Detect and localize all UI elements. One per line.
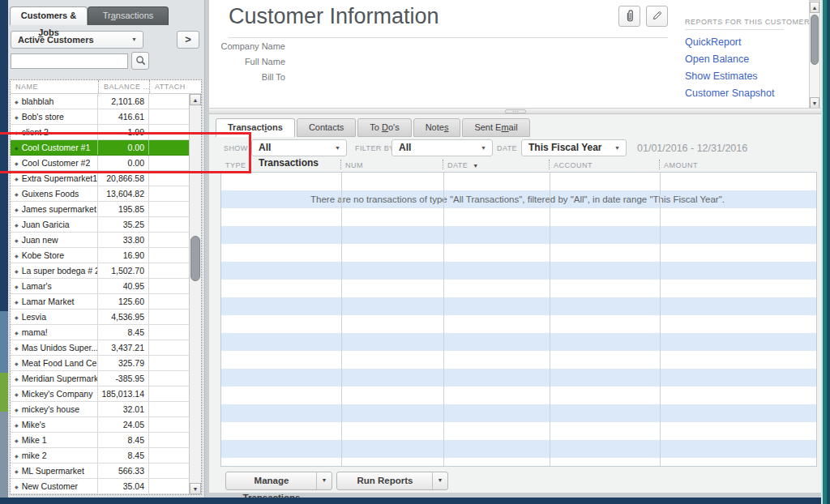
scroll-down-icon[interactable]: ▼	[190, 483, 201, 494]
run-reports-button[interactable]: Run Reports ▼	[336, 472, 448, 490]
tab-customers-and-jobs[interactable]: Customers & Jobs	[10, 6, 88, 25]
scroll-up-icon[interactable]: ▲	[810, 2, 819, 13]
report-link[interactable]: Show Estimates	[685, 71, 774, 82]
customer-attach-cell	[149, 109, 190, 124]
show-value: All Transactions	[259, 142, 319, 169]
customer-attach-cell	[149, 140, 190, 155]
customer-balance: 20,866.58	[98, 171, 149, 186]
customer-row[interactable]: ◆mama!8.45	[11, 325, 190, 340]
customer-view-dropdown[interactable]: Active Customers ▼	[11, 31, 143, 49]
column-header-attach[interactable]: ATTACH	[149, 80, 201, 93]
field-label-bill-to: Bill To	[209, 72, 285, 82]
scroll-up-icon[interactable]: ▲	[190, 94, 201, 105]
customer-row[interactable]: ◆Mickey's Company185,013.14	[11, 387, 190, 402]
search-icon[interactable]	[131, 52, 149, 70]
diamond-icon: ◆	[15, 284, 19, 289]
tab-sent-email[interactable]: Sent Email	[462, 118, 529, 137]
customer-name-cell: ◆Cool Customer #1	[11, 140, 98, 155]
column-header-account[interactable]: ACCOUNT	[554, 161, 593, 169]
customer-row[interactable]: ◆Lesvia4,536.95	[11, 310, 190, 325]
customer-row[interactable]: ◆Meridian Supermarket-385.95	[11, 371, 190, 387]
customer-attach-cell	[149, 233, 190, 247]
tab-todos[interactable]: To Do's	[357, 118, 411, 137]
customer-row[interactable]: ◆Bob's store416.61	[11, 109, 190, 125]
customer-name-cell: ◆Guixens Foods	[11, 186, 98, 201]
scroll-down-icon[interactable]: ▼	[810, 97, 819, 109]
customer-row[interactable]: ◆blahblah2,101.68	[11, 94, 190, 109]
customer-balance: 4,536.95	[98, 310, 149, 324]
customer-list-scrollbar[interactable]: ▲ ▼	[189, 94, 201, 494]
scrollbar-thumb[interactable]	[190, 236, 200, 281]
customer-row[interactable]: ◆La super bodega # 241,502.70	[11, 263, 190, 279]
customer-row[interactable]: ◆Extra Supermarket1220,866.58	[11, 171, 190, 186]
customer-row[interactable]: ◆mickey's house32.01	[11, 402, 190, 417]
customer-name: Extra Supermarket12	[22, 173, 98, 183]
panel-splitter[interactable]: ···	[209, 108, 821, 114]
customer-row[interactable]: ◆Lamar's40.95	[11, 279, 190, 294]
customer-search-input[interactable]	[11, 53, 128, 69]
column-header-amount[interactable]: AMOUNT	[664, 161, 698, 169]
diamond-icon: ◆	[15, 361, 19, 366]
paperclip-icon	[623, 12, 636, 26]
expand-panel-button[interactable]: >	[177, 31, 199, 49]
customer-row[interactable]: ◆Cool Customer #20.00	[11, 156, 190, 171]
customer-row[interactable]: ◆New Customer35.04	[11, 479, 190, 494]
customer-row[interactable]: ◆Cool Customer #10.00	[11, 140, 190, 156]
tab-notes[interactable]: Notes	[413, 118, 461, 137]
customer-row[interactable]: ◆Mas Unidos Super...3,437.21	[11, 340, 190, 356]
report-link[interactable]: QuickReport	[685, 37, 774, 48]
customer-list: NAME BALANCE ... ATTACH ◆blahblah2,101.6…	[10, 79, 202, 495]
report-link[interactable]: Customer Snapshot	[685, 88, 774, 99]
customer-name-cell: ◆Mickey's Company	[11, 387, 98, 401]
field-label-company-name: Company Name	[209, 41, 285, 51]
info-scrollbar[interactable]: ▲ ▼	[809, 0, 820, 110]
splitter-handle-icon[interactable]: ···	[505, 109, 526, 113]
customer-row[interactable]: ◆Juan new33.80	[11, 233, 190, 248]
sort-desc-icon: ▼	[473, 163, 478, 169]
chevron-down-icon[interactable]: ▼	[432, 472, 447, 489]
tab-transactions[interactable]: Transactions	[216, 118, 295, 137]
column-header-date[interactable]: DATE▼	[447, 161, 479, 169]
column-header-num[interactable]: NUM	[345, 161, 363, 169]
tab-transactions-left[interactable]: Transactions	[88, 6, 169, 25]
customer-name-cell: ◆Lesvia	[11, 310, 98, 324]
customer-row[interactable]: ◆Juan Garicia35.25	[11, 217, 190, 233]
customer-balance: 8.45	[98, 448, 149, 463]
customer-row[interactable]: ◆ML Supermarket566.33	[11, 463, 190, 479]
customer-row[interactable]: ◆Lamar Market125.60	[11, 294, 190, 310]
tab-contacts[interactable]: Contacts	[297, 118, 356, 137]
customer-name-cell: ◆Kobe Store	[11, 248, 98, 263]
customer-row[interactable]: ◆client 21.99	[11, 125, 190, 140]
customer-row[interactable]: ◆Mike 18.45	[11, 433, 190, 448]
column-header-type[interactable]: TYPE	[225, 161, 246, 169]
edit-customer-button[interactable]	[646, 6, 668, 27]
customer-balance: 8.45	[98, 325, 149, 340]
customer-balance: 40.95	[98, 279, 149, 293]
diamond-icon: ◆	[15, 269, 19, 274]
customer-row[interactable]: ◆mike 28.45	[11, 448, 190, 463]
edge-segment	[0, 412, 8, 498]
customer-row[interactable]: ◆Kobe Store16.90	[11, 248, 190, 263]
customer-row[interactable]: ◆Guixens Foods13,604.82	[11, 186, 190, 202]
customer-row[interactable]: ◆Meat Food Land Ce...325.79	[11, 356, 190, 371]
column-header-name[interactable]: NAME	[11, 80, 98, 93]
edge-segment	[0, 311, 8, 373]
pencil-icon	[651, 11, 664, 24]
customer-row[interactable]: ◆Mike's24.05	[11, 417, 190, 433]
scrollbar-thumb[interactable]	[811, 15, 819, 65]
show-dropdown[interactable]: All Transactions ▼	[251, 139, 347, 156]
customer-name: Mickey's Company	[22, 389, 93, 399]
customer-name: New Customer	[22, 481, 78, 491]
title-divider	[229, 37, 668, 38]
chevron-down-icon[interactable]: ▼	[316, 472, 332, 489]
customer-name: mama!	[22, 327, 48, 337]
attach-file-button[interactable]	[618, 6, 640, 27]
filter-by-dropdown[interactable]: All ▼	[391, 139, 493, 156]
manage-transactions-button[interactable]: Manage Transactions ▼	[225, 472, 332, 490]
report-link[interactable]: Open Balance	[685, 54, 774, 65]
customer-attach-cell	[149, 371, 190, 386]
table-grid-line	[341, 173, 342, 466]
customer-row[interactable]: ◆James supermarket195.85	[11, 202, 190, 217]
column-header-balance[interactable]: BALANCE ...	[98, 80, 149, 93]
date-dropdown[interactable]: This Fiscal Year ▼	[521, 139, 627, 156]
